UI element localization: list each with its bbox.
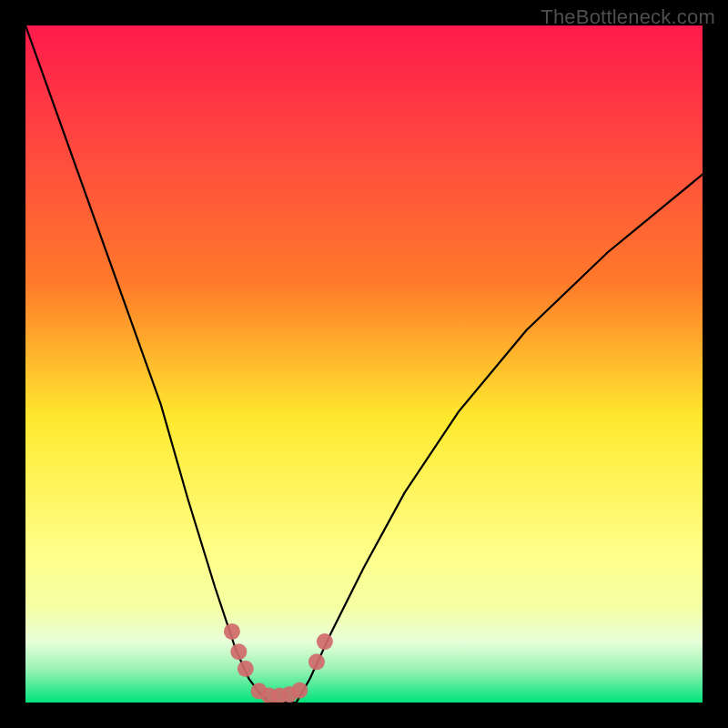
plot-area — [25, 25, 703, 703]
marker-point — [317, 633, 333, 650]
chart-frame: TheBottleneck.com — [0, 0, 728, 728]
marker-point — [291, 682, 308, 699]
marker-point — [238, 661, 254, 677]
marker-point — [224, 623, 240, 640]
watermark-text: TheBottleneck.com — [541, 5, 715, 29]
marker-point — [308, 653, 325, 670]
chart-svg — [25, 25, 703, 703]
marker-point — [230, 643, 247, 660]
gradient-background — [25, 25, 703, 703]
